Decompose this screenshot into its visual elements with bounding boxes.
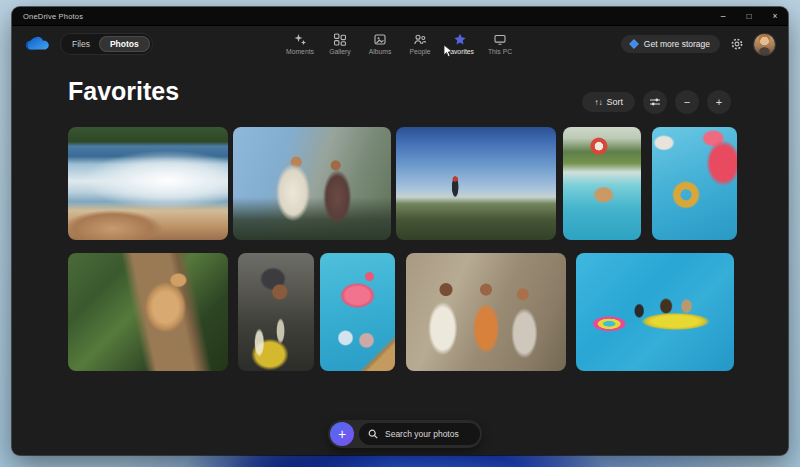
get-more-storage-button[interactable]: Get more storage — [621, 35, 720, 53]
sort-button[interactable]: ↑↓ Sort — [582, 92, 635, 112]
files-toggle-button[interactable]: Files — [63, 36, 99, 52]
onedrive-photos-window: OneDrive Photos – □ × Files Photos — [12, 7, 788, 455]
photo-dogs-paddleboard[interactable] — [576, 253, 734, 371]
account-avatar[interactable] — [754, 34, 775, 55]
tab-this-pc[interactable]: This PC — [485, 33, 516, 55]
files-photos-toggle: Files Photos — [60, 33, 153, 55]
window-controls: – □ × — [710, 7, 788, 25]
tab-people[interactable]: People — [405, 33, 436, 55]
photo-pool-beach-ball[interactable] — [563, 127, 641, 240]
people-icon — [414, 33, 427, 46]
maximize-button[interactable]: □ — [736, 7, 762, 25]
onedrive-logo-icon — [25, 35, 51, 53]
photo-couple-bicycles[interactable] — [233, 127, 391, 240]
tab-label: People — [409, 48, 430, 55]
close-button[interactable]: × — [762, 7, 788, 25]
monitor-icon — [494, 33, 507, 46]
settings-button[interactable] — [729, 36, 745, 52]
album-icon — [374, 33, 387, 46]
photo-friends-street[interactable] — [406, 253, 566, 371]
search-bar: + — [328, 420, 482, 448]
filter-sliders-icon — [649, 96, 661, 108]
photo-flamingo-float[interactable] — [320, 253, 395, 371]
minimize-button[interactable]: – — [710, 7, 736, 25]
tab-label: Gallery — [329, 48, 351, 55]
tab-moments[interactable]: Moments — [285, 33, 316, 55]
zoom-out-button[interactable]: − — [675, 90, 699, 114]
window-title: OneDrive Photos — [23, 12, 83, 21]
sort-arrows-icon: ↑↓ — [594, 98, 602, 107]
plus-icon: + — [338, 427, 346, 441]
photo-woman-wine[interactable] — [238, 253, 314, 371]
page-title: Favorites — [68, 77, 179, 106]
photo-hiker-ridge[interactable] — [396, 127, 556, 240]
search-icon — [368, 429, 378, 439]
add-photos-button[interactable]: + — [330, 422, 354, 446]
storage-button-label: Get more storage — [644, 39, 710, 49]
gear-icon — [730, 37, 744, 51]
navbar-right-cluster: Get more storage — [621, 34, 775, 55]
photo-view-tabs: Moments Gallery — [285, 26, 516, 62]
photo-pool-floats[interactable] — [652, 127, 737, 240]
sort-button-label: Sort — [606, 97, 623, 107]
minus-icon: − — [684, 97, 690, 108]
plus-icon: + — [716, 97, 722, 108]
title-bar: OneDrive Photos – □ × — [12, 7, 788, 26]
zoom-in-button[interactable]: + — [707, 90, 731, 114]
search-field-container — [359, 423, 480, 445]
tab-label: This PC — [488, 48, 512, 55]
favorites-star-icon — [454, 33, 467, 46]
tab-gallery[interactable]: Gallery — [325, 33, 356, 55]
filter-button[interactable] — [643, 90, 667, 114]
photo-boat-lake[interactable] — [68, 127, 228, 240]
gallery-grid-icon — [334, 33, 347, 46]
view-toolbar: ↑↓ Sort − + — [582, 90, 731, 114]
tab-label: Moments — [286, 48, 314, 55]
mouse-cursor — [443, 44, 453, 58]
navigation-bar: Files Photos Moments — [12, 26, 788, 62]
storage-gem-icon — [629, 39, 639, 49]
sparkles-icon — [294, 33, 307, 46]
photo-dog-on-log[interactable] — [68, 253, 228, 371]
tab-albums[interactable]: Albums — [365, 33, 396, 55]
photos-toggle-button[interactable]: Photos — [99, 36, 150, 52]
search-input[interactable] — [383, 428, 471, 440]
tab-label: Albums — [369, 48, 392, 55]
